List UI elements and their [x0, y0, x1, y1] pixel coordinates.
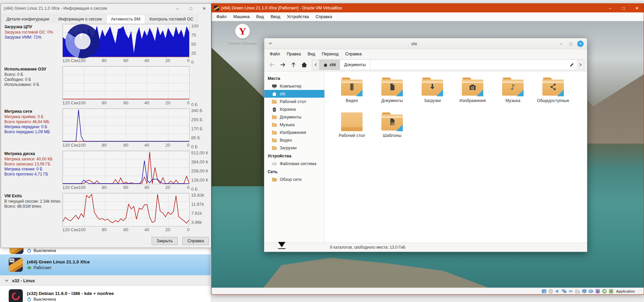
folder-Шаблоны[interactable]: Шаблоны: [374, 112, 411, 147]
fm-menu-3[interactable]: Переход: [319, 51, 342, 57]
vm-group-header[interactable]: x32 - Linux: [0, 275, 211, 286]
folder-Загрузки[interactable]: Загрузки: [414, 78, 451, 112]
metric-line: Метрика приёма: 0 Б: [4, 114, 60, 119]
display-icon[interactable]: [582, 289, 587, 294]
vm-list-item[interactable]: (x32) Debian 11.6.0 - i386 - kde + nonfr…: [0, 286, 211, 302]
sidebar-item-chi[interactable]: chi: [264, 90, 324, 98]
minimize-icon[interactable]: –: [603, 4, 617, 12]
audio-icon[interactable]: [555, 289, 560, 294]
minimize-icon[interactable]: –: [556, 40, 566, 47]
vm-list-item-partial[interactable]: Выключена: [0, 247, 211, 254]
fm-menu-0[interactable]: Файл: [266, 51, 283, 57]
edit-path-icon[interactable]: [566, 60, 577, 70]
vm-screen: Y Yandex Browser chi – □ ✕ ФайлПравкаВид…: [212, 21, 644, 288]
features-icon[interactable]: V: [595, 289, 600, 294]
folder-Общедоступные[interactable]: Общедоступные: [535, 78, 572, 112]
hard-disk-icon[interactable]: [542, 289, 546, 294]
back-button[interactable]: [267, 60, 277, 69]
keyboard-capture-icon[interactable]: [609, 289, 613, 294]
chevron-down-icon[interactable]: [268, 41, 272, 47]
up-button[interactable]: [288, 60, 299, 69]
folder-Музыка[interactable]: ♪ Музыка: [494, 78, 531, 112]
sidebar-section-header: Сеть: [264, 167, 324, 175]
vm-list-item-selected[interactable]: 64 (x64) Green Linux 21.1.0 Xfce Работае…: [0, 254, 211, 275]
help-button[interactable]: Справка: [182, 237, 209, 245]
session-info-window: (x64) Green Linux 21.1.0 Xfce - Информац…: [1, 3, 211, 248]
vm-menu-1[interactable]: Машина: [230, 13, 253, 20]
chart-x-axis: 120 Сек100806040200: [62, 57, 190, 64]
file-manager-titlebar[interactable]: chi – □ ✕: [264, 38, 587, 49]
file-manager-window: chi – □ ✕ ФайлПравкаВидПереходСправка: [264, 38, 587, 252]
file-manager-sidebar: Места Компьютер chi Рабочий стол Корзина…: [264, 71, 325, 243]
folder-Изображения[interactable]: Изображения: [454, 78, 491, 112]
path-scroll-right-icon[interactable]: [577, 60, 584, 70]
sidebar-item-Рабочий стол[interactable]: Рабочий стол: [264, 98, 324, 105]
sidebar-item-Корзина[interactable]: Корзина: [264, 105, 324, 113]
powered-off-icon: [27, 248, 32, 253]
resize-grip[interactable]: ⋰: [638, 289, 642, 293]
vm-menu-5[interactable]: Справка: [312, 13, 335, 20]
optical-disk-icon[interactable]: [548, 289, 553, 294]
file-manager-menubar: ФайлПравкаВидПереходСправка: [264, 49, 587, 58]
metric-chart: [62, 66, 190, 100]
mouse-cursor: [278, 242, 285, 249]
usb-icon[interactable]: [569, 289, 573, 294]
recording-icon[interactable]: [589, 289, 593, 294]
vm-status: Выключена: [27, 248, 56, 253]
network-icon[interactable]: [562, 289, 567, 294]
sidebar-item-Компьютер[interactable]: Компьютер: [264, 82, 324, 90]
vm-menu-0[interactable]: Файл: [213, 13, 230, 20]
fm-menu-2[interactable]: Вид: [304, 51, 319, 57]
sidebar-item-Видео[interactable]: Видео: [264, 136, 324, 144]
session-titlebar[interactable]: (x64) Green Linux 21.1.0 Xfce - Информац…: [1, 4, 211, 13]
metric-line: Загрузка VMM: 71%: [4, 35, 60, 40]
vm-icon: [9, 289, 23, 302]
tab-2[interactable]: Активность ВМ: [106, 15, 145, 23]
sidebar-section-header: Устройства: [264, 152, 324, 160]
folder-Документы[interactable]: Документы: [374, 78, 411, 112]
sidebar-item-Музыка[interactable]: Музыка: [264, 121, 324, 129]
metric-values: Метрика записи: 40,00 КБВсего записано 1…: [4, 157, 60, 177]
close-icon[interactable]: ✕: [198, 4, 211, 13]
folder-Рабочий стол[interactable]: Рабочий стол: [333, 112, 370, 147]
path-button-home[interactable]: chi: [319, 60, 340, 70]
metric-line: Всего: 88.91M times: [4, 204, 60, 209]
doc-emblem-icon: [388, 83, 396, 91]
folder-Видео[interactable]: Видео: [333, 78, 370, 112]
close-dialog-button[interactable]: Закрыть: [152, 237, 178, 245]
metric-line: Метрика чтения: 0 Б: [4, 167, 60, 172]
vm-menu-2[interactable]: Вид: [253, 13, 267, 20]
chart-x-axis: 120 Сек100806040200: [62, 184, 190, 191]
close-icon[interactable]: ✕: [630, 4, 644, 12]
mouse-integration-icon[interactable]: [602, 289, 607, 294]
vm-icon: 64: [9, 258, 23, 272]
sidebar-item-Обзор сети[interactable]: Обзор сети: [264, 175, 324, 183]
desktop-icon-yandex-browser[interactable]: Y Yandex Browser: [226, 24, 259, 45]
vm-menu-3[interactable]: Ввод: [267, 13, 284, 20]
minimize-icon[interactable]: –: [171, 4, 184, 13]
maximize-icon[interactable]: □: [617, 4, 630, 12]
metric-title: Загрузка ЦПУ: [4, 24, 60, 29]
path-scroll-left-icon[interactable]: [312, 60, 319, 70]
sidebar-item-Документы[interactable]: Документы: [264, 113, 324, 121]
path-bar: chi Документы: [312, 59, 584, 70]
fm-menu-1[interactable]: Правка: [283, 51, 304, 57]
home-button[interactable]: [299, 60, 309, 69]
metric-chart: [62, 151, 190, 184]
vm-menu-4[interactable]: Устройства: [284, 13, 312, 20]
sidebar-item-Загрузки[interactable]: Загрузки: [264, 144, 324, 152]
close-icon[interactable]: ✕: [577, 41, 584, 47]
maximize-icon[interactable]: □: [184, 4, 198, 13]
sidebar-item-Изображения[interactable]: Изображения: [264, 129, 324, 136]
folder-label: Документы: [374, 98, 411, 103]
path-button-documents[interactable]: Документы: [340, 60, 370, 70]
sidebar-item-Файловая система[interactable]: Файловая система: [264, 160, 324, 167]
fm-menu-4[interactable]: Справка: [342, 51, 365, 57]
forward-button[interactable]: [278, 60, 288, 69]
maximize-icon[interactable]: □: [566, 40, 576, 47]
virtualbox-icon: [214, 6, 219, 11]
file-list: Видео Документы Загрузки Изображения: [325, 71, 587, 243]
folder-corner-badge: [517, 90, 524, 96]
shared-folders-icon[interactable]: [575, 289, 580, 294]
vm-titlebar[interactable]: (x64) Green Linux 21.1.0 Xfce [Работает]…: [212, 4, 644, 12]
